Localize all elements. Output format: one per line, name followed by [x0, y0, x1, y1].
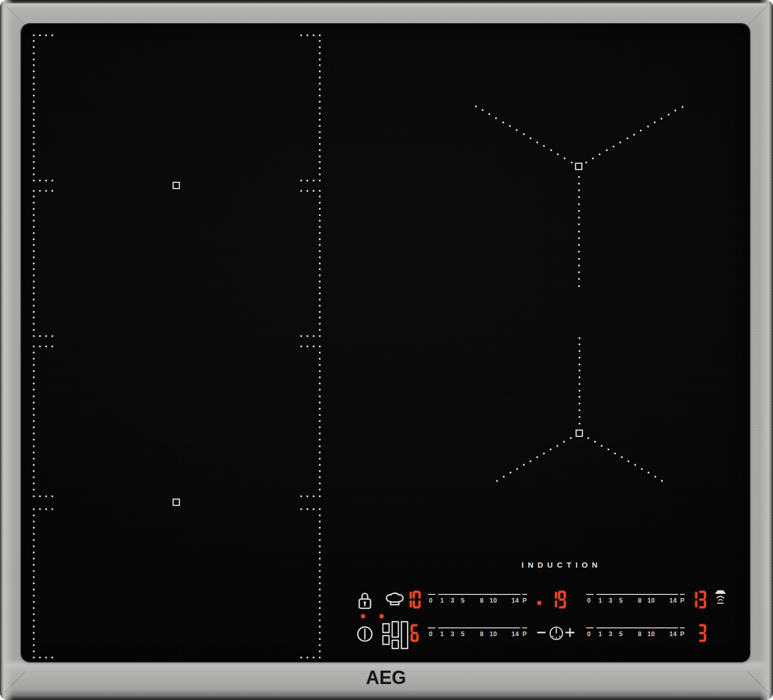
slider-scale-label: 3: [609, 597, 612, 604]
zone-dot: [39, 190, 41, 192]
zone-dot: [33, 396, 35, 397]
slider-scale-line: [428, 627, 435, 628]
timer-minus-button[interactable]: [537, 629, 546, 636]
zone-dot: [608, 449, 609, 450]
slider-scale-label: 1: [598, 597, 602, 604]
zone-dot: [579, 337, 580, 339]
timer-plus-button[interactable]: [565, 628, 575, 637]
zone-dot: [319, 131, 321, 133]
zone-dot: [621, 456, 623, 458]
zone-dot: [319, 149, 321, 151]
power-slider-back-right[interactable]: 013581014P: [586, 591, 685, 607]
slider-scale-label: 14: [669, 630, 677, 638]
zone-dot: [33, 626, 35, 627]
slider-scale-line: [680, 594, 685, 595]
slider-scale-label: 3: [451, 630, 455, 638]
slider-scale-label: P: [680, 630, 685, 638]
zone-dot: [33, 589, 35, 590]
zone-dot: [319, 40, 321, 42]
zone-dot: [33, 35, 35, 36]
zone-dot: [578, 271, 580, 273]
display-front-left-zone: [410, 624, 418, 642]
slider-scale-label: 5: [461, 597, 464, 604]
slider-scale-line: [438, 627, 520, 628]
hob2hood-icon[interactable]: [713, 589, 728, 607]
zone-dot: [39, 496, 41, 497]
zone-dot: [319, 137, 321, 139]
zone-dot: [33, 113, 35, 114]
zone-dot: [319, 483, 321, 484]
zone-dot: [33, 452, 35, 453]
zone-dot: [579, 350, 580, 352]
slider-scale-label: 5: [619, 630, 623, 638]
zone-dot: [33, 446, 35, 447]
zone-dot: [319, 35, 321, 36]
display-front-right-zone: [697, 624, 706, 642]
zone-dot: [319, 564, 321, 566]
zone-select-indicator-dot: [380, 614, 383, 618]
zone-dot: [682, 106, 683, 108]
zone-dot: [300, 35, 302, 36]
zone-dot: [33, 352, 35, 353]
zone-dot: [33, 131, 35, 133]
zone-dot: [39, 35, 41, 36]
slider-scale-label: 5: [619, 597, 623, 604]
flexibridge-zone-icon[interactable]: [382, 621, 409, 650]
zone-dot: [319, 268, 321, 270]
slider-scale-label: 14: [669, 597, 677, 604]
power-slider-back-left[interactable]: 013581014P: [428, 591, 527, 607]
zone-dot: [313, 508, 314, 510]
zone-dot: [319, 77, 321, 78]
zone-dot: [307, 190, 308, 192]
zone-dot: [536, 456, 538, 458]
zone-dot: [579, 416, 580, 418]
power-icon[interactable]: [356, 625, 374, 643]
zone-dot: [33, 601, 35, 603]
zone-dot: [530, 138, 531, 139]
zone-dot: [33, 420, 35, 422]
zone-dot: [33, 576, 35, 578]
ceramic-glass-surface: INDUCTION 013581014P 013581014P: [22, 24, 749, 661]
zone-dot: [33, 180, 35, 181]
zone-dot: [578, 224, 580, 225]
zone-dot: [319, 470, 321, 472]
slider-scale-line: [596, 627, 678, 628]
zone-dot: [33, 275, 35, 276]
zone-dot: [33, 364, 35, 366]
zone-dot: [319, 558, 321, 559]
zone-dot: [319, 539, 321, 541]
zone-dot: [613, 146, 614, 147]
zone-dot: [510, 472, 511, 473]
power-slider-front-left[interactable]: 013581014P: [428, 625, 527, 640]
slider-scale-label: 3: [609, 630, 612, 638]
zone-dot: [45, 335, 47, 337]
zone-dot: [33, 53, 35, 54]
zone-dot: [578, 176, 580, 178]
zone-dot: [33, 250, 35, 252]
zone-dot: [319, 263, 321, 264]
zone-dot: [33, 383, 35, 384]
zone-dot: [319, 53, 321, 54]
power-slider-front-right[interactable]: 013581014P: [586, 625, 685, 640]
zone-dot: [495, 117, 497, 119]
zone-dot: [319, 244, 321, 246]
slider-scale-label: P: [680, 597, 685, 604]
zone-dot: [45, 35, 47, 36]
zone-dot: [599, 153, 600, 155]
zone-dot: [319, 196, 321, 197]
slider-scale-label: 5: [461, 630, 464, 638]
zone-dot: [579, 423, 580, 424]
zone-dot: [313, 35, 314, 36]
zone-dot: [307, 508, 308, 510]
zone-dot: [578, 244, 580, 246]
induction-hob: INDUCTION 013581014P 013581014P: [0, 0, 773, 700]
zone-dot: [654, 122, 656, 123]
zone-dot: [578, 217, 580, 218]
child-lock-icon[interactable]: [357, 590, 373, 611]
timer-clock-icon[interactable]: [549, 626, 564, 641]
zone-dot: [33, 358, 35, 360]
zone-dot: [319, 232, 321, 234]
zone-dot: [585, 162, 587, 163]
zone-dot: [578, 258, 580, 260]
zone-dot: [33, 226, 35, 228]
